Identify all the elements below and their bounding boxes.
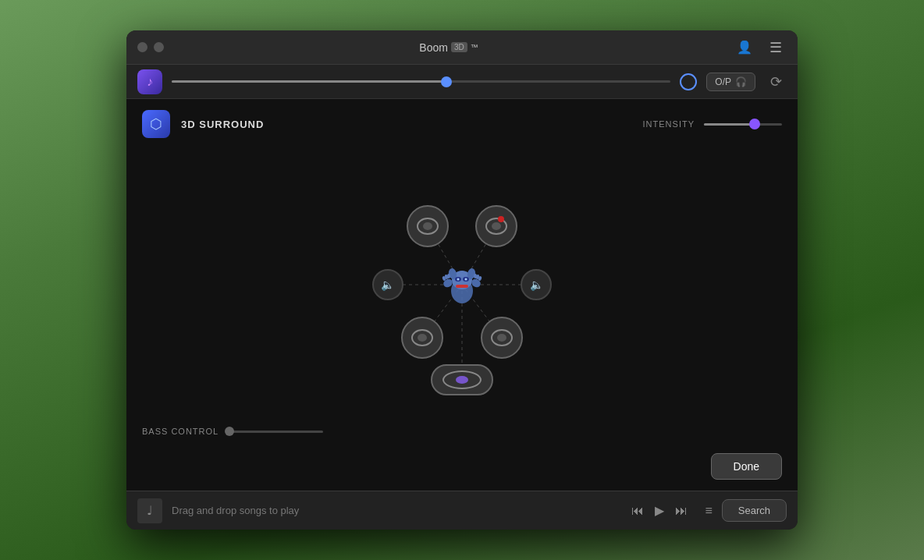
speaker-side-right[interactable]: 🔈 xyxy=(521,269,552,300)
volume-thumb[interactable] xyxy=(441,76,452,87)
app-icon: ♪ xyxy=(137,69,162,94)
character-svg xyxy=(439,261,485,308)
refresh-button[interactable]: ⟳ xyxy=(765,71,787,93)
side-right-icon: 🔈 xyxy=(530,278,543,291)
volume-bar: ♪ O/P 🎧 ⟳ xyxy=(126,65,798,99)
front-right-icon xyxy=(485,218,507,235)
volume-circle[interactable] xyxy=(680,73,697,90)
cube-icon: ⬡ xyxy=(150,115,162,133)
output-button[interactable]: O/P 🎧 xyxy=(706,73,755,91)
main-content: ⬡ 3D SURROUND INTENSITY xyxy=(126,99,798,491)
svg-point-13 xyxy=(457,278,460,281)
player-bar: ♩ Drag and drop songs to play ⏮ ▶ ⏭ ≡ Se… xyxy=(126,491,798,530)
speaker-stage: 🔈 🔈 xyxy=(126,149,798,420)
svg-point-23 xyxy=(474,274,477,278)
drag-drop-text: Drag and drop songs to play xyxy=(172,505,622,516)
bass-track[interactable] xyxy=(229,431,323,433)
svg-point-14 xyxy=(465,278,467,281)
minimize-button[interactable] xyxy=(154,42,164,52)
headphone-icon: 🎧 xyxy=(735,76,747,87)
window-controls xyxy=(137,42,164,52)
search-button[interactable]: Search xyxy=(722,499,787,522)
prev-button[interactable]: ⏮ xyxy=(631,504,644,518)
intensity-control: INTENSITY xyxy=(643,119,782,129)
svg-rect-15 xyxy=(456,285,468,288)
play-button[interactable]: ▶ xyxy=(655,503,664,518)
bass-label: BASS CONTROL xyxy=(142,427,219,436)
speaker-rear-right[interactable] xyxy=(481,317,523,359)
side-left-icon: 🔈 xyxy=(381,278,394,291)
profile-icon: 👤 xyxy=(737,40,752,55)
title-bar: Boom 3D ™ 👤 ☰ xyxy=(126,30,798,65)
playlist-button[interactable]: ≡ xyxy=(705,502,712,519)
app-window: Boom 3D ™ 👤 ☰ ♪ O/P 🎧 xyxy=(126,30,798,530)
speaker-side-left[interactable]: 🔈 xyxy=(372,269,403,300)
surround-title: 3D SURROUND xyxy=(181,119,264,130)
surround-header: ⬡ 3D SURROUND INTENSITY xyxy=(126,99,798,149)
svg-point-20 xyxy=(447,274,450,278)
intensity-fill xyxy=(704,123,755,126)
done-area: Done xyxy=(126,447,798,491)
close-button[interactable] xyxy=(137,42,147,52)
speaker-layout: 🔈 🔈 xyxy=(329,152,595,417)
rear-left-icon xyxy=(411,329,433,346)
done-button[interactable]: Done xyxy=(711,453,782,480)
menu-button[interactable]: ☰ xyxy=(765,37,787,58)
speaker-front-right[interactable] xyxy=(475,205,517,247)
subwoofer-dot xyxy=(456,376,468,384)
intensity-label: INTENSITY xyxy=(643,119,695,129)
player-controls: ⏮ ▶ ⏭ xyxy=(631,503,688,518)
center-character xyxy=(437,260,487,310)
speaker-rear-left[interactable] xyxy=(401,317,443,359)
album-art: ♩ xyxy=(137,498,162,523)
bass-thumb[interactable] xyxy=(225,427,234,436)
intensity-thumb[interactable] xyxy=(749,119,760,129)
volume-fill xyxy=(172,80,446,83)
op-label: O/P xyxy=(715,76,731,87)
subwoofer-icon xyxy=(442,370,482,389)
rear-right-icon xyxy=(491,329,513,346)
title-text: Boom xyxy=(419,41,448,54)
intensity-track[interactable] xyxy=(704,123,782,126)
album-icon: ♩ xyxy=(147,503,153,518)
app-title: Boom 3D ™ xyxy=(164,41,734,54)
next-button[interactable]: ⏭ xyxy=(675,504,688,518)
playlist-icon: ≡ xyxy=(705,504,712,517)
profile-button[interactable]: 👤 xyxy=(734,37,755,58)
surround-icon: ⬡ xyxy=(142,110,170,138)
app-icon-glyph: ♪ xyxy=(147,75,153,89)
bass-control: BASS CONTROL xyxy=(126,420,798,447)
title-badge: 3D xyxy=(451,42,467,52)
title-right: 👤 ☰ xyxy=(734,37,787,58)
menu-icon: ☰ xyxy=(769,39,782,56)
volume-control[interactable] xyxy=(172,80,670,83)
speaker-subwoofer[interactable] xyxy=(431,364,493,395)
front-left-icon xyxy=(417,218,439,235)
volume-track[interactable] xyxy=(172,80,670,83)
title-trademark: ™ xyxy=(471,43,478,51)
refresh-icon: ⟳ xyxy=(770,73,782,90)
speaker-front-left[interactable] xyxy=(407,205,449,247)
